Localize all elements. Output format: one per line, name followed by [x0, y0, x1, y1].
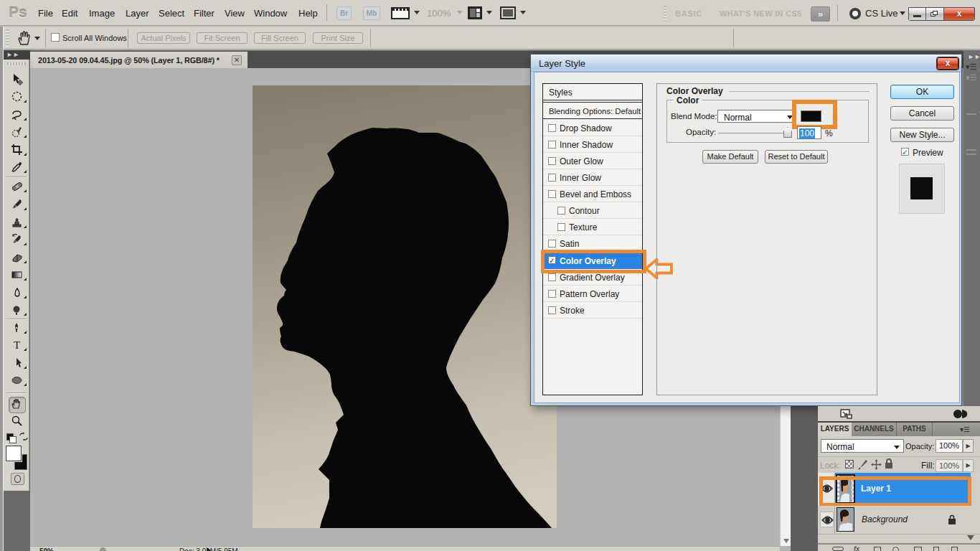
svg-text:T: T: [14, 339, 20, 351]
